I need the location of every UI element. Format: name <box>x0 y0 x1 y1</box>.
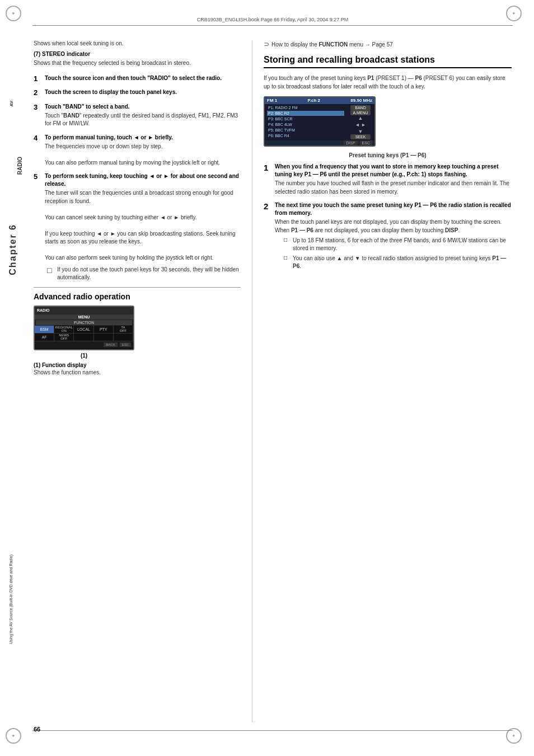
radio-down-btn: ▼ <box>358 129 363 134</box>
cross-ref-text: How to display the FUNCTION menu → Page … <box>271 41 393 48</box>
left-column: Shows when local seek tuning is on. (7) … <box>34 40 252 722</box>
note-1-bullet-icon: □ <box>284 237 289 252</box>
func-af: AF <box>35 334 54 341</box>
storing-note-2: □ You can also use ▲ and ▼ to recall rad… <box>284 255 512 270</box>
radio-top-bar: FM 1 P.ch 2 89.90 MHz <box>265 97 374 104</box>
radio-band-display: FM 1 <box>267 98 277 103</box>
func-logo: RADIO <box>37 308 50 312</box>
radio-main-area: P1: RADIO 2 FM P2: BBC R2 P3: BBC SCR P4… <box>265 104 374 140</box>
step-4-body: The frequencies move up or down step by … <box>45 143 241 167</box>
func-regional: REGIONALON <box>54 326 74 333</box>
step-2-number: 2 <box>34 88 45 97</box>
func-empty-3 <box>114 334 133 341</box>
func-screen-top: RADIO <box>35 307 133 314</box>
step-2-title: Touch the screen to display the touch pa… <box>45 88 241 96</box>
step-5: 5 To perform seek tuning, keep touching … <box>34 172 241 281</box>
note-checkbox-icon: □ <box>47 266 54 281</box>
stereo-indicator-title: (7) STEREO indicator <box>34 51 241 57</box>
step-5-note: □ If you do not use the touch panel keys… <box>47 266 241 281</box>
storing-step-1-number: 1 <box>264 163 275 173</box>
main-content: Shows when local seek tuning is on. (7) … <box>34 40 512 722</box>
radio-pch-display: P.ch 2 <box>308 98 321 103</box>
step-5-body: The tuner will scan the frequencies unti… <box>45 189 241 262</box>
step-3-title: Touch "BAND" to select a band. <box>45 103 241 111</box>
function-screen: RADIO MENU FUNCTION BSM REGIONALON LOCAL… <box>34 306 134 350</box>
radio-disp-btn: DISP <box>344 140 357 145</box>
func-empty-1 <box>74 334 93 341</box>
cross-ref-function: ⊃ How to display the FUNCTION menu → Pag… <box>264 40 512 48</box>
preset-4: P4: BBC 4LW <box>267 122 344 127</box>
radio-preset-list: P1: RADIO 2 FM P2: BBC R2 P3: BBC SCR P4… <box>265 104 346 140</box>
storing-step-1: 1 When you find a frequency that you wan… <box>264 163 512 196</box>
preset-1: P1: RADIO 2 FM <box>267 105 344 110</box>
storing-note-1-text: Up to 18 FM stations, 6 for each of the … <box>293 237 512 252</box>
sidebar-radio-label: RADIO <box>17 157 23 175</box>
func-back-btn: BACK <box>104 342 117 347</box>
step-2: 2 Touch the screen to display the touch … <box>34 88 241 97</box>
func-row-2: AF NEWSOFF <box>35 334 133 341</box>
radio-right-btn: ► <box>361 122 366 128</box>
sidebar-av-label: AV <box>9 101 14 107</box>
func-pty: PTY <box>94 326 114 333</box>
storing-note-2-text: You can also use ▲ and ▼ to recall radio… <box>293 255 512 270</box>
screen-number-label: (1) <box>34 353 134 359</box>
storing-note-1: □ Up to 18 FM stations, 6 for each of th… <box>284 237 512 252</box>
storing-step-1-body: The number you have touched will flash i… <box>275 180 512 196</box>
func-ta: TAOFF <box>114 326 133 333</box>
right-column: ⊃ How to display the FUNCTION menu → Pag… <box>252 40 512 722</box>
stereo-indicator-section: (7) STEREO indicator Shows that the freq… <box>34 51 241 68</box>
advanced-radio-section: Advanced radio operation RADIO MENU FUNC… <box>34 292 241 375</box>
step-5-note-text: If you do not use the touch panel keys f… <box>57 266 241 281</box>
storing-section-heading: Storing and recalling broadcast stations <box>264 55 512 68</box>
radio-preset-screen: FM 1 P.ch 2 89.90 MHz P1: RADIO 2 FM P2:… <box>264 96 376 147</box>
radio-esc-btn: ESC <box>360 140 372 145</box>
storing-step-2-title: The next time you touch the same preset … <box>275 201 512 217</box>
preset-2: P2: BBC R2 <box>267 111 344 116</box>
step-3: 3 Touch "BAND" to select a band. Touch "… <box>34 103 241 128</box>
preset-3: P3: BBC SCR <box>267 116 344 121</box>
step-3-body: Touch "BAND" repeatedly until the desire… <box>45 112 241 128</box>
preset-6: P6: BBC R4 <box>267 133 344 138</box>
page-number: 66 <box>34 726 40 732</box>
step-1: 1 Touch the source icon and then touch "… <box>34 74 241 83</box>
step-4-title: To perform manual tuning, touch ◄ or ► b… <box>45 134 241 142</box>
func-function-label: FUNCTION <box>36 320 132 325</box>
storing-step-1-title: When you find a frequency that you want … <box>275 163 512 179</box>
func-caption-title: (1) Function display <box>34 362 241 368</box>
left-sidebar: AV RADIO Chapter 6 Using the AV Source (… <box>0 0 32 756</box>
advanced-radio-title: Advanced radio operation <box>34 292 241 301</box>
stereo-indicator-body: Shows that the frequency selected is bei… <box>34 59 241 68</box>
radio-up-btn: ▲ <box>358 115 363 121</box>
storing-intro: If you touch any of the preset tuning ke… <box>264 74 512 91</box>
storing-step-2-number: 2 <box>264 201 275 212</box>
func-empty-2 <box>94 334 114 341</box>
radio-band-btn: BAND <box>350 105 371 110</box>
func-row-1: BSM REGIONALON LOCAL PTY TAOFF <box>35 326 133 334</box>
page-header: CRB1903B_ENGLISH.book Page 66 Friday, Ap… <box>32 17 513 22</box>
func-rows: BSM REGIONALON LOCAL PTY TAOFF AF NEWSOF… <box>35 326 133 341</box>
sidebar-using-label: Using the AV Source (Built-in DVD drive … <box>9 555 13 644</box>
radio-bottom-bar: DISP ESC <box>265 140 374 145</box>
intro-text: Shows when local seek tuning is on. <box>34 40 241 46</box>
func-news: NEWSOFF <box>54 334 74 341</box>
corner-decoration-br: ✦ <box>506 728 528 750</box>
storing-step-2-body: When the touch panel keys are not displa… <box>275 218 512 234</box>
step-5-title: To perform seek tuning, keep touching ◄ … <box>45 172 241 188</box>
func-caption-body: Shows the function names. <box>34 369 241 375</box>
preset-5: P5: BBC TVFM <box>267 128 344 133</box>
func-esc-btn: ESC <box>120 342 131 347</box>
step-1-number: 1 <box>34 74 45 83</box>
func-local: LOCAL <box>74 326 93 333</box>
step-4-number: 4 <box>34 134 45 143</box>
radio-seek-controls: ▲ ◄ ► ▼ <box>355 115 366 134</box>
radio-seek-btn: SEEK <box>350 134 371 139</box>
radio-freq-display: 89.90 MHz <box>350 98 372 103</box>
storing-step-2: 2 The next time you touch the same prese… <box>264 201 512 273</box>
radio-control-buttons: BAND A.MENU ▲ ◄ ► ▼ SEEK <box>346 104 374 140</box>
radio-left-btn: ◄ <box>355 122 360 128</box>
radio-amenu-btn: A.MENU <box>350 110 371 115</box>
bottom-divider <box>32 730 513 731</box>
func-bsm: BSM <box>35 326 54 333</box>
note-2-bullet-icon: □ <box>284 255 289 270</box>
step-3-number: 3 <box>34 103 45 112</box>
